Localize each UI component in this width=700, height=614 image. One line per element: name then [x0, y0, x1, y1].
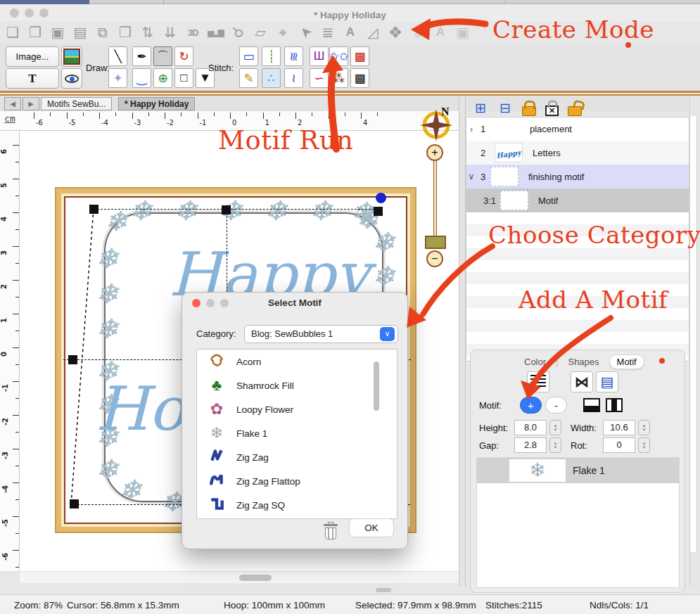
image-thumbnail-button[interactable]: [61, 46, 82, 67]
list-item-zigzag-flattop[interactable]: Zig Zag Flattop: [197, 469, 397, 493]
tab-shapes[interactable]: Shapes: [561, 355, 606, 369]
expander-icon[interactable]: ›: [466, 124, 476, 134]
lettering-icon[interactable]: A: [342, 23, 359, 41]
scrollbar-thumb[interactable]: [239, 575, 272, 581]
chevron-down-icon[interactable]: ∨: [380, 327, 395, 341]
zoom-in-button[interactable]: +: [426, 144, 443, 161]
save-icon[interactable]: ▣: [49, 23, 66, 41]
stitch-motif-run-button[interactable]: ✩✩: [329, 46, 348, 66]
stitch-satin-button[interactable]: ≋: [284, 46, 303, 66]
motif-list-row-flake1[interactable]: ❄ Flake 1: [477, 458, 679, 483]
list-item-zigzag-sq[interactable]: Zig Zag SQ: [197, 493, 397, 517]
expand-all-icon[interactable]: ⊞: [473, 100, 488, 116]
prev-tab-button[interactable]: ◀: [4, 97, 21, 110]
object-row-letters[interactable]: 2 Happy Holidays Letters: [466, 141, 689, 165]
selection-handle[interactable]: [222, 205, 231, 215]
stitch-zigzag-button[interactable]: ≀: [284, 68, 303, 88]
expander-icon[interactable]: ∨: [466, 172, 476, 181]
hoop-return-icon[interactable]: ⇊: [162, 23, 179, 41]
list-item-shamrock[interactable]: ♣ Shamrock Fill: [197, 373, 397, 397]
trash-icon[interactable]: [323, 522, 338, 540]
density-tool-icon[interactable]: ⌖: [274, 23, 291, 41]
stitch-run-button[interactable]: ┊: [262, 46, 281, 66]
stitch-crosshatch-button[interactable]: ▩: [350, 46, 369, 66]
draw-arc-button[interactable]: ⌒: [153, 46, 172, 66]
ok-button[interactable]: OK: [349, 518, 394, 537]
bowtie-style-button[interactable]: ⋈: [571, 371, 593, 392]
height-stepper[interactable]: [549, 420, 561, 435]
merge-icon[interactable]: ⇩: [409, 23, 426, 41]
list-item-flake1[interactable]: ❄ Flake 1: [197, 421, 397, 445]
width-input[interactable]: 10.6: [603, 420, 635, 435]
print-icon[interactable]: ▤: [72, 23, 89, 41]
tab-happy-holiday[interactable]: * Happy Holiday: [118, 97, 195, 110]
new-document-icon[interactable]: ❏: [4, 23, 21, 41]
list-item-zigzag[interactable]: Zig Zag: [197, 445, 397, 469]
stitch-stipple-button[interactable]: ∽: [310, 68, 329, 88]
gap-input[interactable]: 2.8: [514, 437, 547, 453]
ruler-tool-icon[interactable]: ▱: [252, 23, 269, 41]
stitch-crosshatch-fill-button[interactable]: ▩: [350, 68, 369, 88]
paste-icon[interactable]: ❒: [117, 23, 134, 41]
draw-square-button[interactable]: □: [174, 68, 193, 88]
splitter-handle[interactable]: [376, 588, 391, 592]
text-button[interactable]: T: [6, 68, 59, 89]
motif-run-style-button[interactable]: [527, 371, 549, 392]
zoom-out-button[interactable]: −: [426, 250, 443, 267]
height-input[interactable]: 8.0: [514, 420, 547, 435]
stitch-outline-button[interactable]: ▭: [239, 46, 258, 66]
draw-pen-button[interactable]: ✒: [132, 46, 151, 66]
pointer-tool-icon[interactable]: ➤: [293, 20, 317, 44]
zoom-slider-handle[interactable]: [425, 236, 446, 249]
create-mode-icon[interactable]: ❖: [387, 23, 404, 41]
draw-line-button[interactable]: ╲: [108, 46, 127, 66]
letter-icon[interactable]: A: [432, 23, 449, 41]
draw-magic-wand-button[interactable]: ✦: [108, 68, 127, 88]
tab-motifs-sewbubbles[interactable]: Motifs SewBu...: [41, 97, 112, 110]
stitch-pencil-button[interactable]: ✎: [239, 68, 258, 88]
visibility-button[interactable]: [61, 68, 82, 89]
draw-add-point-button[interactable]: ⊕: [153, 68, 172, 88]
tab-color[interactable]: Color: [517, 355, 553, 369]
selection-handle[interactable]: [374, 207, 383, 216]
gap-stepper[interactable]: [549, 437, 561, 453]
image-button[interactable]: Image...: [6, 46, 59, 67]
object-row-finishing-motif[interactable]: ∨ 3 finishing motif: [466, 165, 689, 188]
list-item-acorn[interactable]: Acorn: [197, 350, 397, 373]
stitch-fill-button[interactable]: ∴: [262, 68, 281, 88]
object-row-motif[interactable]: 3:1 Motif: [466, 188, 689, 212]
edit-motif-button[interactable]: ▤: [596, 371, 618, 392]
rot-input[interactable]: 0: [603, 437, 635, 453]
remove-motif-button[interactable]: -: [545, 397, 567, 414]
three-d-view-icon[interactable]: 3D: [184, 23, 201, 41]
draw-rotate-button[interactable]: ↻: [174, 46, 193, 66]
tab-motif[interactable]: Motif: [609, 354, 644, 369]
zoom-tool-icon[interactable]: ⚲: [225, 20, 250, 44]
next-tab-button[interactable]: ▶: [23, 97, 39, 110]
panel-divider[interactable]: [459, 96, 466, 586]
open-file-icon[interactable]: ❐: [27, 23, 44, 41]
horizontal-scrollbar[interactable]: [20, 571, 459, 583]
width-stepper[interactable]: [638, 420, 650, 435]
hoop-send-icon[interactable]: ⇅: [139, 23, 156, 41]
category-dropdown[interactable]: Blog: SewBubbles 1: [244, 325, 398, 343]
stitch-motif-fill-button[interactable]: ⁂: [329, 68, 348, 88]
dialog-scrollbar-thumb[interactable]: [374, 362, 379, 411]
lock-none-icon[interactable]: ✕: [545, 105, 559, 116]
rot-stepper[interactable]: [638, 437, 650, 453]
stamp-icon[interactable]: ▣: [454, 23, 471, 41]
selection-handle[interactable]: [89, 205, 98, 214]
list-item-loopy-flower[interactable]: ✿ Loopy Flower: [197, 397, 397, 421]
stitch-blanket-button[interactable]: Ш: [310, 46, 329, 66]
unlock-icon[interactable]: [568, 106, 582, 116]
add-motif-button[interactable]: +: [520, 397, 542, 414]
collapse-all-icon[interactable]: ⊟: [497, 100, 513, 116]
copy-icon[interactable]: ⧉: [94, 23, 111, 41]
object-row-placement[interactable]: › 1 placement: [466, 117, 689, 141]
mirror-horizontal-icon[interactable]: [606, 398, 623, 412]
mirror-vertical-icon[interactable]: [583, 398, 600, 412]
lock-icon[interactable]: [522, 106, 536, 116]
stitch-chart-icon[interactable]: ▅▂▆: [207, 23, 224, 41]
angle-tool-icon[interactable]: ◿: [364, 23, 381, 41]
selection-handle[interactable]: [68, 355, 77, 364]
